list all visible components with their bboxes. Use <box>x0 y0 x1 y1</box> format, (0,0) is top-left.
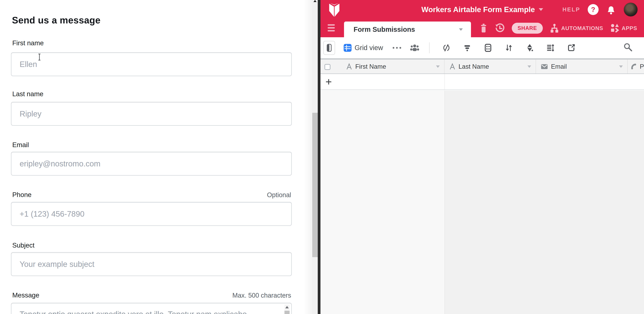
text-cursor-ibeam <box>37 53 42 61</box>
grid-backdrop-left <box>320 91 444 314</box>
base-title-caret-icon[interactable] <box>539 8 543 11</box>
base-title[interactable]: Workers Airtable Form Example <box>421 5 535 14</box>
contact-form-pane: Send us a message First name Last name E… <box>0 0 318 314</box>
filter-icon[interactable] <box>463 44 471 52</box>
last-name-input[interactable] <box>11 102 292 126</box>
email-label: Email <box>12 141 29 149</box>
view-switcher[interactable]: Grid view <box>344 44 383 52</box>
column-header-phone[interactable]: P <box>628 60 644 74</box>
user-avatar[interactable] <box>624 3 638 17</box>
page-edge-gutter <box>304 0 312 314</box>
single-line-text-icon <box>449 63 456 70</box>
sidebar-panel-icon <box>326 44 332 52</box>
share-button[interactable]: SHARE <box>512 23 543 34</box>
column-header-first-name[interactable]: First Name <box>320 60 444 74</box>
message-label: Message <box>12 291 39 299</box>
column-gridline <box>444 91 445 314</box>
page-scroll-up-icon[interactable] <box>314 0 316 2</box>
history-icon[interactable] <box>495 23 504 33</box>
airtable-pane: Workers Airtable Form Example HELP ? For… <box>320 0 644 314</box>
grid-header-row: First Name Last Name Email P <box>320 59 644 74</box>
message-textarea[interactable]: Tenetur optio quaerat expedite vero et i… <box>11 303 292 314</box>
grid-backdrop-right <box>444 91 644 314</box>
notifications-bell-icon[interactable] <box>606 4 616 15</box>
view-more-icon[interactable] <box>393 47 401 49</box>
automations-button[interactable]: AUTOMATIONS <box>550 24 603 33</box>
color-icon[interactable] <box>526 44 534 52</box>
form-heading: Send us a message <box>12 15 100 26</box>
help-menu[interactable]: HELP <box>562 6 580 13</box>
subject-label: Subject <box>12 241 34 249</box>
sort-icon[interactable] <box>505 44 513 52</box>
apps-button[interactable]: APPS <box>610 24 637 33</box>
hamburger-menu-icon[interactable] <box>328 24 335 32</box>
phone-input[interactable] <box>11 202 292 226</box>
view-toolbar: Grid view <box>320 37 644 59</box>
page-scroll-thumb[interactable] <box>312 113 318 257</box>
airtable-header: Workers Airtable Form Example HELP ? <box>320 0 644 19</box>
row-height-icon[interactable] <box>546 44 554 52</box>
hide-fields-icon[interactable] <box>442 44 450 52</box>
pane-divider <box>318 0 320 314</box>
trash-icon[interactable] <box>479 23 488 33</box>
message-scroll-thumb[interactable] <box>284 311 290 314</box>
add-record-row[interactable] <box>320 74 644 90</box>
single-line-text-icon <box>346 63 352 70</box>
message-text: Tenetur optio quaerat expedite vero et i… <box>20 309 276 314</box>
table-tab-bar: Form Submissions SHARE <box>320 19 644 37</box>
column-gridline <box>444 74 445 90</box>
help-badge-icon[interactable]: ? <box>588 4 598 15</box>
tab-form-submissions[interactable]: Form Submissions <box>344 22 471 37</box>
automations-icon <box>550 24 559 33</box>
last-name-label: Last name <box>12 90 43 98</box>
column-header-last-name[interactable]: Last Name <box>444 60 536 74</box>
view-name: Grid view <box>354 44 383 52</box>
toolbar-divider <box>429 42 430 53</box>
tab-caret-icon[interactable] <box>459 28 463 31</box>
message-scroll-up-icon[interactable] <box>285 306 289 308</box>
share-view-icon[interactable] <box>567 44 576 52</box>
column-caret-icon[interactable] <box>619 66 623 68</box>
column-caret-icon[interactable] <box>528 66 531 68</box>
view-sidebar-toggle-button[interactable] <box>323 41 335 55</box>
grid-view-icon <box>344 44 352 52</box>
subject-input[interactable] <box>11 252 292 276</box>
message-max-hint: Max. 500 characters <box>232 292 291 299</box>
group-icon[interactable] <box>484 44 492 52</box>
apps-icon <box>610 24 619 33</box>
phone-icon <box>630 63 637 71</box>
email-envelope-icon <box>541 64 548 70</box>
search-icon[interactable] <box>623 42 633 52</box>
add-record-plus-icon[interactable] <box>325 78 332 85</box>
phone-label: Phone <box>12 191 32 198</box>
first-name-label: First name <box>12 39 44 47</box>
tab-label: Form Submissions <box>354 26 415 33</box>
email-input[interactable] <box>11 152 292 176</box>
collaborators-icon[interactable] <box>410 44 419 52</box>
select-all-checkbox[interactable] <box>324 64 330 70</box>
phone-optional-hint: Optional <box>267 191 291 199</box>
column-caret-icon[interactable] <box>436 66 440 68</box>
first-name-input[interactable] <box>11 52 292 76</box>
column-header-email[interactable]: Email <box>536 60 628 74</box>
